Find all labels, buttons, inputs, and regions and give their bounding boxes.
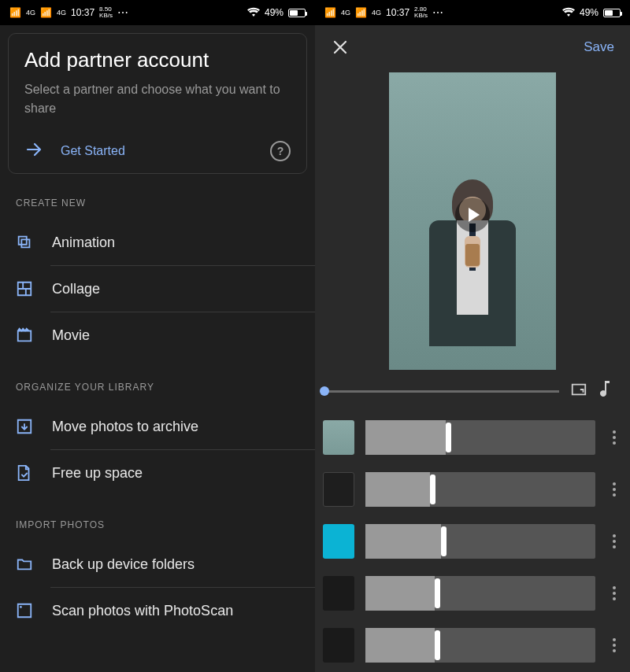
network-type: 4G <box>57 9 66 17</box>
collage-icon <box>16 280 33 297</box>
music-icon[interactable] <box>598 381 613 401</box>
network-type: 4G <box>372 9 381 17</box>
battery-icon <box>603 9 621 17</box>
more-icon: ⋯ <box>432 6 443 19</box>
menu-freeup[interactable]: Free up space <box>0 450 315 496</box>
menu-label: Free up space <box>52 465 143 482</box>
help-icon[interactable]: ? <box>270 141 291 161</box>
save-button[interactable]: Save <box>584 39 614 55</box>
settings-screen: 📶 4G 📶 4G 10:37 8.50 KB/s ⋯ 49% Add part… <box>0 0 315 672</box>
clip-row <box>323 472 622 507</box>
menu-collage[interactable]: Collage <box>0 266 315 312</box>
clip-row <box>323 628 622 663</box>
status-bar: 📶 4G 📶 4G 10:37 8.50 KB/s ⋯ 49% <box>0 0 315 25</box>
archive-icon <box>16 418 33 435</box>
trim-handle[interactable] <box>435 630 440 660</box>
menu-label: Scan photos with PhotoScan <box>52 603 233 619</box>
network-type: 4G <box>26 9 35 17</box>
folder-icon <box>16 556 33 573</box>
clip-trim-track[interactable] <box>365 472 595 507</box>
partner-subtitle: Select a partner and choose what you wan… <box>24 80 291 118</box>
get-started-label: Get Started <box>61 144 125 158</box>
clip-thumbnail[interactable] <box>323 420 354 455</box>
menu-scan[interactable]: Scan photos with PhotoScan <box>0 588 315 633</box>
clip-trim-track[interactable] <box>365 576 595 611</box>
clip-thumbnail[interactable] <box>323 524 354 559</box>
data-speed: 2.80 KB/s <box>414 6 428 19</box>
arrow-right-icon <box>24 140 43 162</box>
clip-trim-track[interactable] <box>365 524 595 559</box>
clip-row <box>323 420 622 455</box>
trim-handle[interactable] <box>430 474 435 504</box>
clip-row <box>323 576 622 611</box>
svg-point-0 <box>20 606 22 608</box>
wifi-icon <box>562 7 575 19</box>
clip-options-button[interactable] <box>606 638 622 652</box>
trim-handle[interactable] <box>446 423 451 452</box>
clip-options-button[interactable] <box>606 534 622 548</box>
scrubber[interactable] <box>324 390 559 393</box>
signal-icon: 📶 <box>9 7 21 18</box>
clock: 10:37 <box>71 7 94 18</box>
battery-icon <box>288 9 306 17</box>
aspect-ratio-icon[interactable] <box>570 381 587 401</box>
section-import: IMPORT PHOTOS <box>0 496 315 541</box>
battery-percent: 49% <box>265 7 284 18</box>
menu-label: Animation <box>52 234 115 251</box>
battery-percent: 49% <box>580 7 598 18</box>
status-bar: 📶 4G 📶 4G 10:37 2.80 KB/s ⋯ 49% <box>315 0 630 25</box>
play-button[interactable] <box>455 198 490 232</box>
menu-label: Movie <box>52 327 90 344</box>
data-speed: 8.50 KB/s <box>99 6 113 19</box>
clip-trim-track[interactable] <box>365 420 595 455</box>
menu-label: Collage <box>52 281 100 297</box>
section-create-new: CREATE NEW <box>0 174 315 220</box>
menu-label: Move photos to archive <box>52 419 198 435</box>
movie-icon <box>16 327 33 344</box>
menu-label: Back up device folders <box>52 556 195 573</box>
clip-options-button[interactable] <box>606 586 622 600</box>
clip-list <box>315 415 630 663</box>
clip-thumbnail[interactable] <box>323 576 354 611</box>
partner-title: Add partner account <box>24 48 291 72</box>
clock: 10:37 <box>386 7 410 18</box>
wifi-icon <box>247 7 260 19</box>
clip-options-button[interactable] <box>606 430 622 445</box>
photo-icon <box>16 602 33 619</box>
clip-row <box>323 524 622 559</box>
network-type: 4G <box>341 9 350 17</box>
clip-thumbnail[interactable] <box>323 628 354 663</box>
freeup-icon <box>16 464 33 482</box>
video-preview[interactable] <box>389 72 556 370</box>
trim-handle[interactable] <box>441 526 447 556</box>
menu-backup[interactable]: Back up device folders <box>0 541 315 587</box>
trim-handle[interactable] <box>435 578 440 608</box>
menu-archive[interactable]: Move photos to archive <box>0 404 315 449</box>
get-started-button[interactable]: Get Started <box>24 140 125 162</box>
animation-icon <box>16 234 33 251</box>
menu-animation[interactable]: Animation <box>0 220 315 265</box>
more-icon: ⋯ <box>117 6 128 19</box>
scrubber-handle[interactable] <box>320 386 329 396</box>
play-icon <box>469 208 480 222</box>
menu-movie[interactable]: Movie <box>0 312 315 358</box>
clip-options-button[interactable] <box>606 482 622 497</box>
section-organize: ORGANIZE YOUR LIBRARY <box>0 358 315 404</box>
clip-trim-track[interactable] <box>365 628 595 663</box>
signal-icon: 📶 <box>40 7 52 18</box>
signal-icon: 📶 <box>355 7 367 18</box>
movie-editor-screen: 📶 4G 📶 4G 10:37 2.80 KB/s ⋯ 49% Save <box>315 0 630 672</box>
signal-icon: 📶 <box>324 7 336 18</box>
close-button[interactable] <box>331 38 350 57</box>
partner-account-card: Add partner account Select a partner and… <box>8 33 307 174</box>
clip-thumbnail[interactable] <box>323 472 354 507</box>
